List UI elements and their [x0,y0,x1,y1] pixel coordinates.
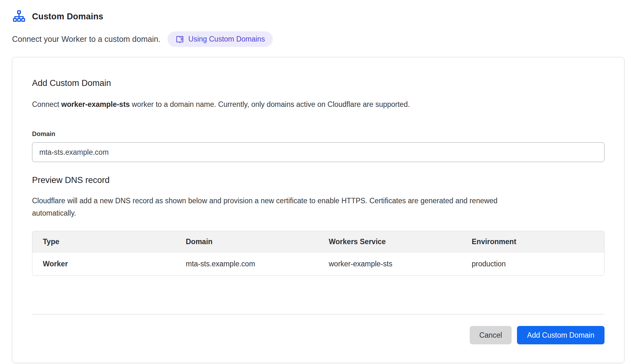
book-icon [175,35,184,44]
card-heading: Add Custom Domain [32,78,605,88]
worker-name: worker-example-sts [61,100,130,108]
docs-badge-label: Using Custom Domains [188,35,265,43]
column-header-workers-service: Workers Service [318,237,461,246]
cell-environment: production [461,260,604,268]
column-header-environment: Environment [461,237,604,246]
table-header-row: Type Domain Workers Service Environment [32,231,604,252]
card-intro-text: Connect worker-example-sts worker to a d… [32,100,605,109]
intro-prefix: Connect [32,100,61,108]
preview-dns-heading: Preview DNS record [32,175,605,185]
intro-suffix: worker to a domain name. Currently, only… [130,100,410,108]
using-custom-domains-docs-link[interactable]: Using Custom Domains [167,31,273,47]
page-subtitle: Connect your Worker to a custom domain. [12,35,160,44]
page-header: Custom Domains [12,10,622,23]
column-header-domain: Domain [175,237,318,246]
cell-domain: mta-sts.example.com [175,260,318,268]
add-custom-domain-button[interactable]: Add Custom Domain [517,326,605,344]
preview-dns-description: Cloudflare will add a new DNS record as … [32,195,498,219]
column-header-type: Type [32,237,175,246]
dns-preview-table: Type Domain Workers Service Environment … [32,231,605,276]
sitemap-icon [12,10,26,23]
custom-domains-page: Custom Domains Connect your Worker to a … [0,0,634,363]
add-custom-domain-card: Add Custom Domain Connect worker-example… [12,57,624,363]
page-title: Custom Domains [32,12,103,22]
footer-actions: Cancel Add Custom Domain [32,326,605,344]
cell-workers-service: worker-example-sts [318,260,461,268]
table-row: Worker mta-sts.example.com worker-exampl… [32,252,604,276]
cancel-button[interactable]: Cancel [470,326,512,344]
cell-type: Worker [32,260,175,268]
domain-label: Domain [32,130,605,138]
page-subheader: Connect your Worker to a custom domain. … [12,31,622,47]
footer-divider [32,314,605,315]
domain-input[interactable] [32,142,605,162]
